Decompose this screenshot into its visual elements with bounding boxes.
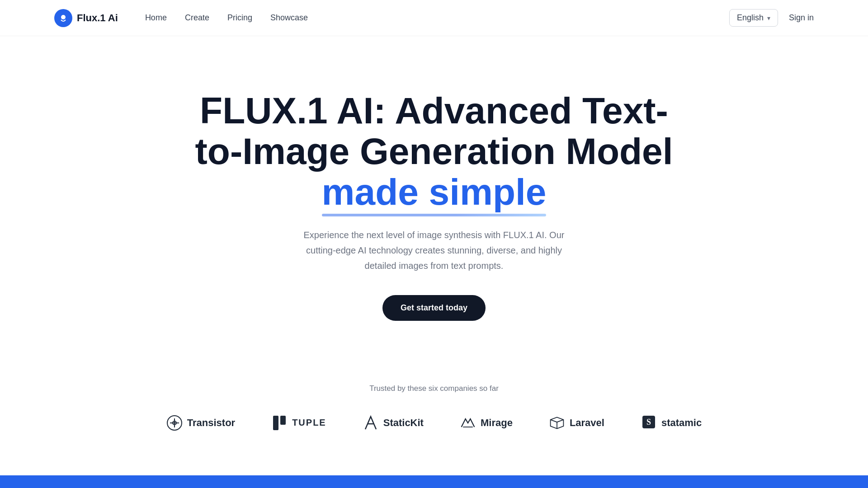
- company-tuple: TUPLE: [271, 415, 326, 431]
- statickit-label: StaticKit: [383, 417, 424, 429]
- svg-rect-5: [273, 416, 278, 430]
- hero-title-highlight: made simple: [322, 172, 547, 212]
- hero-section: FLUX.1 AI: Advanced Text-to-Image Genera…: [0, 36, 868, 357]
- language-selector[interactable]: English ▾: [729, 9, 778, 27]
- hero-subtitle: Experience the next level of image synth…: [303, 227, 565, 273]
- hero-title: FLUX.1 AI: Advanced Text-to-Image Genera…: [185, 90, 683, 213]
- logo-text: Flux.1 Ai: [77, 12, 118, 24]
- nav-showcase[interactable]: Showcase: [270, 13, 308, 23]
- transistor-label: Transistor: [187, 417, 235, 429]
- svg-rect-6: [280, 416, 286, 425]
- statickit-icon: [363, 415, 379, 431]
- cta-button[interactable]: Get started today: [382, 295, 486, 321]
- company-mirage: Mirage: [460, 415, 513, 431]
- company-laravel: Laravel: [549, 415, 604, 431]
- svg-text:S: S: [646, 418, 651, 427]
- laravel-icon: [549, 415, 565, 431]
- footer-bar: [0, 475, 868, 488]
- nav-home[interactable]: Home: [145, 13, 167, 23]
- navbar: Flux.1 Ai Home Create Pricing Showcase E…: [0, 0, 868, 36]
- nav-pricing[interactable]: Pricing: [227, 13, 252, 23]
- logo-icon: [54, 9, 72, 27]
- trusted-section: Trusted by these six companies so far Tr…: [0, 357, 868, 467]
- company-statickit: StaticKit: [363, 415, 424, 431]
- companies-row: Transistor TUPLE StaticKit: [166, 415, 702, 431]
- trusted-label: Trusted by these six companies so far: [369, 384, 499, 393]
- language-label: English: [737, 13, 764, 23]
- mirage-label: Mirage: [481, 417, 513, 429]
- chevron-down-icon: ▾: [767, 14, 770, 22]
- nav-links: Home Create Pricing Showcase: [145, 13, 308, 23]
- svg-point-0: [61, 15, 66, 19]
- tuple-label: TUPLE: [292, 418, 326, 428]
- transistor-icon: [166, 415, 183, 431]
- statamic-icon: S: [641, 415, 657, 431]
- company-transistor: Transistor: [166, 415, 235, 431]
- navbar-left: Flux.1 Ai Home Create Pricing Showcase: [54, 9, 308, 27]
- logo[interactable]: Flux.1 Ai: [54, 9, 118, 27]
- laravel-label: Laravel: [570, 417, 604, 429]
- nav-create[interactable]: Create: [185, 13, 209, 23]
- hero-title-part1: FLUX.1 AI: Advanced Text-to-Image Genera…: [195, 90, 673, 172]
- navbar-right: English ▾ Sign in: [729, 9, 814, 27]
- mirage-icon: [460, 415, 476, 431]
- tuple-icon: [271, 415, 288, 431]
- statamic-label: statamic: [661, 417, 702, 429]
- sign-in-link[interactable]: Sign in: [789, 13, 814, 23]
- company-statamic: S statamic: [641, 415, 702, 431]
